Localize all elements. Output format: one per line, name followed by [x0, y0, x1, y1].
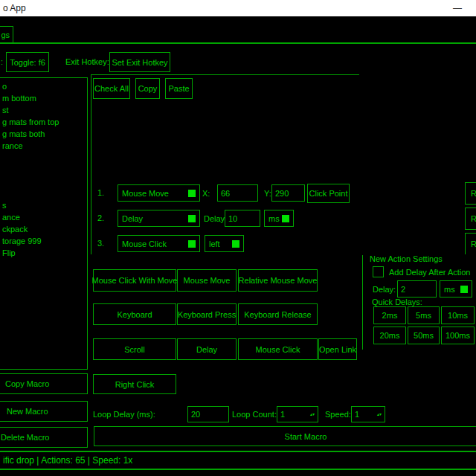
delay-label: Delay [204, 214, 225, 224]
macro-list-item[interactable] [2, 152, 87, 164]
macro-list-item[interactable] [2, 187, 87, 199]
delete-macro-button[interactable]: Delete Macro [0, 427, 88, 448]
delay-input[interactable] [225, 210, 260, 227]
quick-delay-100ms-button[interactable]: 100ms [441, 327, 475, 344]
remove-action-button[interactable]: R [465, 233, 476, 254]
macro-list-item[interactable]: Flip [2, 247, 87, 259]
nas-delay-input[interactable] [397, 280, 437, 298]
nas-unit-value: ms [444, 285, 455, 294]
unit-value: ms [268, 214, 280, 223]
unit-dropdown[interactable]: ms [264, 210, 294, 227]
macro-list-item[interactable]: rance [2, 140, 87, 152]
check-all-button[interactable]: Check All [93, 78, 130, 99]
x-input[interactable] [217, 184, 258, 202]
new-action-settings-title: New Action Settings [370, 254, 443, 264]
add-right-click-button[interactable]: Right Click [93, 374, 176, 394]
add-keyboard-button[interactable]: Keyboard [93, 303, 176, 325]
copy-macro-button[interactable]: Copy Macro [0, 373, 88, 394]
action-type-value: Delay [122, 214, 143, 223]
loop-count-value: 1 [280, 410, 285, 419]
quick-delay-2ms-button[interactable]: 2ms [373, 306, 406, 324]
stepper-arrows-icon[interactable]: ▴▾ [310, 413, 315, 416]
macro-list-item[interactable] [2, 176, 87, 187]
remove-action-button[interactable]: R [465, 208, 476, 230]
action-type-value: Mouse Move [122, 189, 169, 198]
speed-label: Speed: [325, 410, 351, 419]
dropdown-indicator-icon [188, 215, 196, 222]
quick-delay-10ms-button[interactable]: 10ms [441, 306, 475, 324]
action-type-dropdown[interactable]: Mouse Move [118, 184, 200, 202]
status-bar: ific drop | Actions: 65 | Speed: 1x [0, 451, 476, 470]
paste-button[interactable]: Paste [165, 78, 193, 99]
add-mouse-click-button[interactable]: Mouse Click [238, 338, 318, 360]
nas-delay-label: Delay: [373, 285, 396, 295]
add-scroll-button[interactable]: Scroll [93, 338, 176, 360]
app-window: o App — gs : Toggle: f6 Exit Hotkey: Set… [0, 0, 476, 476]
add-keyboard-release-button[interactable]: Keyboard Release [238, 303, 318, 325]
dropdown-indicator-icon [460, 286, 468, 293]
macro-list-item[interactable] [2, 164, 87, 176]
nas-unit-dropdown[interactable]: ms [440, 280, 472, 298]
dropdown-indicator-icon [282, 215, 289, 222]
macro-list-item[interactable]: ckpack [2, 223, 87, 235]
loop-delay-input[interactable] [187, 406, 229, 422]
action-number: 1. [97, 188, 104, 197]
toggle-hotkey-label: : [1, 57, 3, 67]
macro-list-item[interactable]: g mats from top [2, 116, 87, 128]
macro-list[interactable]: om bottomstg mats from topg mats bothran… [0, 77, 88, 370]
y-label: Y: [264, 189, 271, 199]
action-number: 2. [97, 213, 104, 222]
mouse-button-value: left [209, 239, 220, 248]
action-row: 3. Mouse Click left R [91, 234, 476, 254]
speed-value: 1 [355, 410, 359, 419]
loop-count-stepper[interactable]: 1 ▴▾ [277, 406, 318, 422]
dropdown-indicator-icon [188, 190, 196, 197]
add-keyboard-press-button[interactable]: Keyboard Press [177, 303, 237, 325]
quick-delay-20ms-button[interactable]: 20ms [373, 327, 406, 344]
set-exit-hotkey-button[interactable]: Set Exit Hotkey [109, 52, 170, 72]
status-text: ific drop | Actions: 65 | Speed: 1x [0, 455, 132, 466]
loop-delay-label: Loop Delay (ms): [93, 410, 155, 419]
add-open-link-button[interactable]: Open Link [318, 338, 357, 360]
start-macro-button[interactable]: Start Macro [94, 426, 476, 446]
remove-action-button[interactable]: R [465, 182, 476, 205]
tab-settings[interactable]: gs [0, 26, 13, 43]
macro-list-item[interactable]: g mats both [2, 128, 87, 140]
macro-list-item[interactable]: o [2, 80, 87, 92]
add-delay-button[interactable]: Delay [177, 338, 237, 360]
macro-list-item[interactable]: st [2, 104, 87, 116]
macro-list-item[interactable]: m bottom [2, 92, 87, 104]
actions-panel: Check All Copy Paste 1. Mouse Move X: Y:… [91, 74, 476, 254]
toggle-hotkey-button[interactable]: Toggle: f6 [6, 52, 49, 72]
title-bar: o App — [0, 0, 476, 16]
macro-list-item[interactable]: s [2, 199, 87, 211]
macro-list-item[interactable]: torage 999 [2, 235, 87, 247]
add-relative-mouse-move-button[interactable]: Relative Mouse Move [238, 269, 318, 292]
window-title: o App [3, 3, 26, 13]
action-type-dropdown[interactable]: Delay [118, 210, 200, 227]
add-delay-after-action-checkbox[interactable] [373, 266, 384, 277]
dropdown-indicator-icon [232, 240, 239, 248]
loop-count-label: Loop Count: [232, 410, 277, 419]
stepper-arrows-icon[interactable]: ▴▾ [377, 413, 382, 416]
action-row: 2. Delay Delay ms R [91, 209, 476, 228]
action-type-value: Mouse Click [122, 239, 167, 248]
copy-button[interactable]: Copy [135, 78, 160, 99]
macro-list-item[interactable]: ance [2, 211, 87, 223]
minimize-button[interactable]: — [443, 0, 472, 16]
exit-hotkey-label: Exit Hotkey: [65, 57, 109, 67]
click-point-button[interactable]: Click Point [307, 184, 350, 203]
action-type-dropdown[interactable]: Mouse Click [118, 235, 200, 252]
y-input[interactable] [271, 184, 305, 202]
new-macro-button[interactable]: New Macro [0, 401, 88, 422]
add-mouse-move-button[interactable]: Mouse Move [177, 269, 237, 292]
quick-delay-5ms-button[interactable]: 5ms [408, 306, 440, 324]
new-action-settings-border [362, 255, 363, 350]
action-row: 1. Mouse Move X: Y: Click Point R [91, 184, 476, 203]
mouse-button-dropdown[interactable]: left [205, 235, 244, 252]
action-number: 3. [97, 239, 104, 248]
add-delay-after-action-label: Add Delay After Action [389, 268, 470, 277]
quick-delay-50ms-button[interactable]: 50ms [408, 327, 440, 344]
add-mouse-click-with-move-button[interactable]: Mouse Click With Move [93, 269, 176, 292]
speed-stepper[interactable]: 1 ▴▾ [351, 406, 385, 422]
